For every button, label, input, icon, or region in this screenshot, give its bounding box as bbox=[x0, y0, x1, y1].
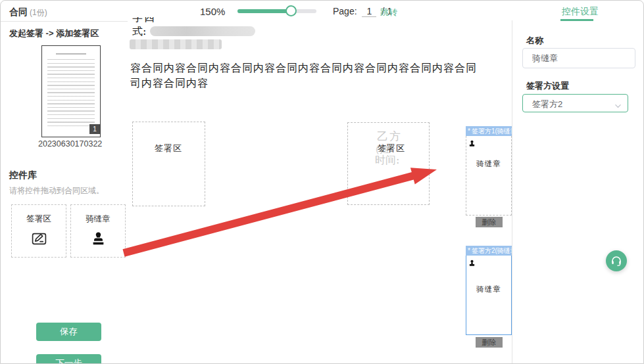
contract-count: (1份) bbox=[30, 8, 47, 17]
paging-seal-label: 骑缝章 bbox=[466, 284, 511, 294]
signer-select[interactable]: 签署方2 bbox=[522, 94, 628, 112]
name-field-label: 名称 bbox=[526, 35, 543, 47]
stamp-person-icon bbox=[468, 258, 476, 265]
customer-service-button[interactable] bbox=[606, 250, 627, 271]
sign-area-label: 签署区 bbox=[378, 143, 405, 154]
delete-button[interactable]: 删除 bbox=[476, 337, 503, 348]
document-clipped-line: 字四 bbox=[132, 17, 156, 25]
document-id: 20230630170322 bbox=[38, 139, 102, 148]
signer-header: *签署方1(骑缝章) bbox=[466, 126, 512, 136]
zoom-value: 150% bbox=[200, 6, 225, 17]
paragraph-line: 司内容合同内容 bbox=[130, 76, 491, 91]
signer-title: 签署方2(骑缝章) bbox=[472, 247, 512, 254]
library-item-label: 签署区 bbox=[12, 214, 66, 225]
stamp-icon bbox=[90, 231, 107, 247]
redacted-text-block bbox=[150, 26, 255, 36]
sign-area-label: 签署区 bbox=[155, 143, 182, 154]
zoom-slider[interactable] bbox=[237, 9, 316, 13]
tab-control-settings[interactable]: 控件设置 bbox=[562, 6, 599, 18]
thumbnail-text-lines bbox=[47, 59, 95, 129]
control-library-hint: 请将控件拖动到合同区域。 bbox=[9, 185, 104, 196]
zoom-slider-handle[interactable] bbox=[285, 5, 297, 16]
library-item-label: 骑缝章 bbox=[71, 214, 125, 225]
signer-setting-label: 签署方设置 bbox=[526, 80, 569, 92]
required-mark: * bbox=[468, 247, 470, 254]
contract-title: 合同(1份) bbox=[9, 7, 47, 18]
party-b-time-label: 时间: bbox=[375, 154, 399, 168]
redacted-text-block bbox=[130, 39, 222, 49]
placed-sign-area-2[interactable]: 乙方 （姓 签署区 时间: bbox=[347, 122, 430, 205]
signature-icon bbox=[31, 231, 47, 247]
paging-seal-control-1[interactable]: *签署方1(骑缝章) 骑缝章 bbox=[466, 126, 512, 216]
control-library-title: 控件库 bbox=[9, 170, 37, 181]
page-thumbnail[interactable]: 1 bbox=[41, 45, 101, 137]
panel-divider bbox=[512, 20, 512, 363]
document-paragraph: 容合同内容合同内容合同内容合同内容合同内容合同内容合同内容合同 司内容合同内容 bbox=[130, 61, 491, 91]
next-step-button[interactable]: 下一步 bbox=[36, 354, 101, 364]
paragraph-line: 容合同内容合同内容合同内容合同内容合同内容合同内容合同内容合同 bbox=[130, 61, 491, 76]
page-number-input[interactable]: 1 bbox=[362, 6, 376, 17]
active-tab-underline bbox=[560, 19, 593, 21]
toolbar-divider bbox=[1, 21, 128, 22]
signer-header: *签署方2(骑缝章) bbox=[466, 246, 512, 256]
thumbnail-page-badge: 1 bbox=[89, 124, 100, 134]
zoom-slider-fill bbox=[237, 9, 291, 13]
document-viewport: 字四 式: 容合同内容合同内容合同内容合同内容合同内容合同内容合同内容合同 司内… bbox=[128, 17, 512, 364]
delete-button[interactable]: 删除 bbox=[476, 217, 503, 227]
library-item-sign-area[interactable]: 签署区 bbox=[11, 204, 66, 258]
page-label: Page: bbox=[333, 6, 357, 16]
signer-title: 签署方1(骑缝章) bbox=[472, 127, 512, 135]
stamp-person-icon bbox=[468, 138, 476, 145]
signer-select-value: 签署方2 bbox=[532, 99, 562, 110]
name-input[interactable] bbox=[522, 48, 635, 68]
party-b-name: 乙方 bbox=[377, 129, 402, 144]
save-button[interactable]: 保存 bbox=[36, 323, 101, 341]
document-form-prefix: 式: bbox=[132, 25, 146, 39]
thumbnail-text-lines bbox=[56, 53, 86, 55]
chevron-down-icon bbox=[614, 101, 622, 108]
paging-seal-label: 骑缝章 bbox=[466, 159, 511, 169]
contract-label: 合同 bbox=[9, 7, 28, 17]
required-mark: * bbox=[468, 127, 470, 135]
breadcrumb: 发起签署 -> 添加签署区 bbox=[9, 28, 99, 39]
esign-control-settings-page: 合同(1份) 150% Page: 1 / 1 跳转 控件设置 发起签署 -> … bbox=[0, 0, 644, 364]
paging-seal-control-2[interactable]: *签署方2(骑缝章) 骑缝章 bbox=[466, 246, 512, 335]
library-item-paging-seal[interactable]: 骑缝章 bbox=[70, 204, 126, 258]
placed-sign-area-1[interactable]: 签署区 bbox=[132, 122, 205, 206]
